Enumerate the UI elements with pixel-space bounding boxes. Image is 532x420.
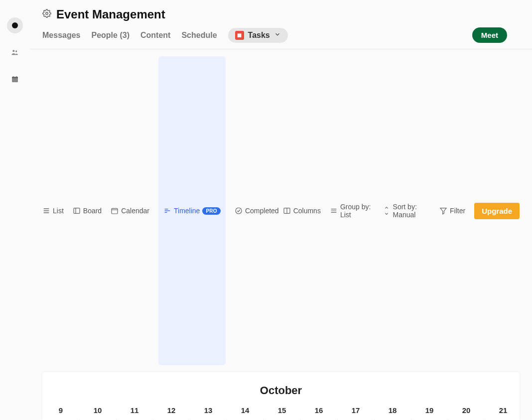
- svg-rect-5: [13, 76, 13, 78]
- pro-badge: PRO: [202, 207, 221, 215]
- people-icon[interactable]: [7, 44, 23, 60]
- meet-button[interactable]: Meet: [472, 27, 507, 43]
- view-completed[interactable]: Completed: [235, 207, 279, 215]
- tab-people[interactable]: People (3): [92, 28, 130, 43]
- day-label: 20: [448, 406, 485, 415]
- filter-button[interactable]: Filter: [439, 207, 465, 215]
- svg-point-7: [46, 12, 48, 15]
- day-label: 19: [411, 406, 448, 415]
- sortby-button[interactable]: Sort by: Manual: [383, 203, 430, 219]
- chevron-down-icon: [274, 31, 281, 40]
- day-label: 17: [337, 406, 374, 415]
- day-label: 21: [485, 406, 520, 415]
- upgrade-button[interactable]: Upgrade: [474, 203, 520, 219]
- view-calendar[interactable]: Calendar: [111, 207, 149, 215]
- tasks-app-icon: ◼: [235, 31, 244, 40]
- tab-schedule[interactable]: Schedule: [181, 28, 217, 43]
- svg-marker-21: [440, 208, 446, 214]
- svg-point-18: [236, 208, 242, 214]
- page-title: Event Management: [56, 7, 165, 21]
- day-label: 15: [264, 406, 300, 415]
- day-label: 16: [300, 406, 337, 415]
- view-list[interactable]: List: [42, 207, 64, 215]
- view-board[interactable]: Board: [73, 207, 102, 215]
- day-label: 14: [227, 406, 264, 415]
- day-label: 11: [116, 406, 153, 415]
- svg-point-1: [12, 50, 14, 52]
- svg-rect-13: [112, 208, 118, 214]
- day-label: 12: [153, 406, 190, 415]
- day-label: 18: [374, 406, 411, 415]
- svg-rect-11: [74, 208, 80, 214]
- view-timeline[interactable]: Timeline PRO: [158, 56, 226, 365]
- groupby-button[interactable]: Group by: List: [330, 203, 374, 219]
- timeline-canvas: 9101112131415161718192021Send out invita…: [42, 402, 520, 420]
- gear-icon[interactable]: [42, 9, 51, 20]
- svg-rect-6: [16, 76, 17, 78]
- calendar-nav-icon[interactable]: [7, 71, 23, 87]
- day-label: 13: [190, 406, 227, 415]
- tab-messages[interactable]: Messages: [42, 28, 81, 43]
- svg-rect-4: [12, 77, 18, 78]
- month-title: October: [42, 372, 520, 402]
- svg-point-2: [15, 50, 17, 52]
- tab-content[interactable]: Content: [140, 28, 170, 43]
- svg-point-0: [12, 22, 18, 28]
- day-label: 10: [79, 406, 116, 415]
- columns-button[interactable]: Columns: [283, 207, 321, 215]
- day-label: 9: [42, 406, 79, 415]
- chat-icon[interactable]: [7, 17, 23, 33]
- tab-tasks-label: Tasks: [248, 31, 270, 40]
- tab-tasks[interactable]: ◼ Tasks: [228, 28, 288, 43]
